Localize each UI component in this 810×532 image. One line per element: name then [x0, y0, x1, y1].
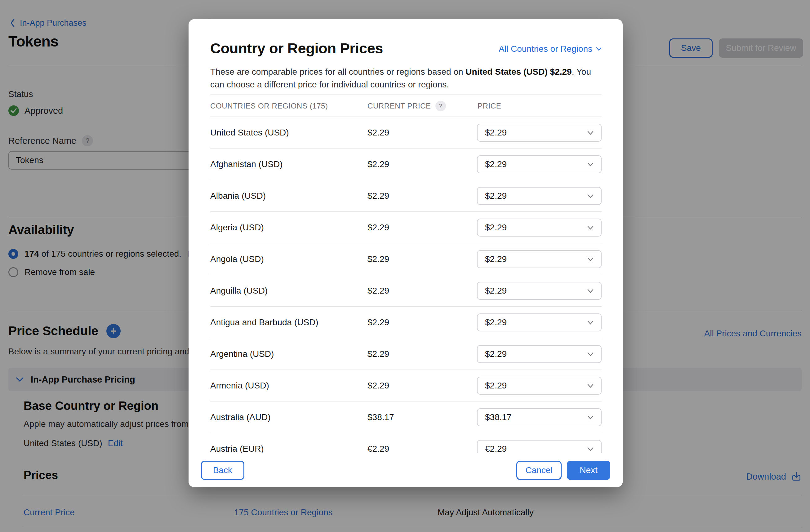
chevron-down-icon: [587, 131, 594, 135]
column-current-price: CURRENT PRICE ?: [368, 95, 446, 117]
country-region-prices-modal: Country or Region Prices All Countries o…: [189, 19, 623, 487]
current-price-cell: $2.29: [368, 212, 389, 243]
price-select[interactable]: $2.29: [477, 155, 602, 173]
table-row: Argentina (USD) $2.29 $2.29: [210, 338, 602, 370]
price-select-value: $2.29: [485, 349, 507, 359]
table-row: Afghanistan (USD) $2.29 $2.29: [210, 149, 602, 180]
app-store-connect-screen: In-App Purchases Tokens Save Submit for …: [0, 0, 810, 532]
price-select[interactable]: $2.29: [477, 250, 602, 268]
price-select-value: $2.29: [485, 317, 507, 327]
modal-footer: Back Cancel Next: [189, 453, 623, 487]
current-price-cell: $2.29: [368, 117, 389, 149]
country-cell: Armenia (USD): [210, 370, 269, 401]
table-row: Armenia (USD) $2.29 $2.29: [210, 370, 602, 401]
price-select[interactable]: $2.29: [477, 282, 602, 300]
column-price: PRICE: [477, 95, 501, 117]
price-select[interactable]: €2.29: [477, 440, 602, 453]
chevron-down-icon: [587, 163, 594, 166]
chevron-down-icon: [587, 320, 594, 325]
current-price-cell: €2.29: [368, 433, 389, 453]
country-cell: United States (USD): [210, 117, 289, 149]
price-select[interactable]: $2.29: [477, 219, 602, 236]
table-row: Angola (USD) $2.29 $2.29: [210, 243, 602, 275]
price-select[interactable]: $38.17: [477, 408, 602, 426]
price-select-value: $2.29: [485, 286, 507, 296]
price-select-value: $2.29: [485, 159, 507, 169]
chevron-down-icon: [587, 384, 594, 388]
price-select-value: $2.29: [485, 222, 507, 233]
country-cell: Anguilla (USD): [210, 275, 268, 306]
country-cell: Afghanistan (USD): [210, 149, 282, 180]
price-select[interactable]: $2.29: [477, 124, 602, 142]
chevron-down-icon: [587, 447, 594, 451]
table-row: United States (USD) $2.29 $2.29: [210, 117, 602, 149]
price-select-value: $2.29: [485, 381, 507, 390]
current-price-help-icon[interactable]: ?: [435, 101, 446, 111]
country-cell: Algeria (USD): [210, 212, 264, 243]
price-select-value: $2.29: [485, 254, 507, 264]
next-button[interactable]: Next: [567, 461, 610, 480]
back-button[interactable]: Back: [201, 461, 244, 480]
price-select[interactable]: $2.29: [477, 377, 602, 395]
current-price-cell: $2.29: [368, 149, 389, 180]
country-cell: Albania (USD): [210, 180, 266, 212]
country-cell: Antigua and Barbuda (USD): [210, 306, 319, 338]
cancel-button-label: Cancel: [525, 465, 552, 475]
modal-description: These are comparable prices for all coun…: [210, 66, 603, 91]
price-select[interactable]: $2.29: [477, 187, 602, 205]
current-price-cell: $38.17: [368, 401, 394, 433]
table-row: Algeria (USD) $2.29 $2.29: [210, 212, 602, 243]
modal-title: Country or Region Prices: [210, 40, 383, 57]
price-table-header: COUNTRIES OR REGIONS (175) CURRENT PRICE…: [210, 95, 602, 117]
price-select-value: $38.17: [485, 412, 512, 422]
current-price-cell: $2.29: [368, 370, 389, 401]
price-select-value: $2.29: [485, 191, 507, 201]
current-price-cell: $2.29: [368, 243, 389, 275]
current-price-cell: $2.29: [368, 275, 389, 306]
column-countries: COUNTRIES OR REGIONS (175): [210, 95, 328, 117]
cancel-button[interactable]: Cancel: [516, 461, 562, 480]
current-price-cell: $2.29: [368, 180, 389, 212]
chevron-down-icon: [587, 257, 594, 261]
country-cell: Australia (AUD): [210, 401, 271, 433]
current-price-cell: $2.29: [368, 338, 389, 370]
chevron-down-icon: [587, 194, 594, 198]
chevron-down-icon: [587, 352, 594, 356]
country-cell: Austria (EUR): [210, 433, 264, 453]
price-select[interactable]: $2.29: [477, 313, 602, 331]
table-row: Anguilla (USD) $2.29 $2.29: [210, 275, 602, 306]
table-row: Albania (USD) $2.29 $2.29: [210, 180, 602, 212]
next-button-label: Next: [580, 465, 598, 475]
country-cell: Angola (USD): [210, 243, 264, 275]
back-button-label: Back: [213, 465, 232, 475]
chevron-down-icon: [587, 226, 594, 230]
table-row: Antigua and Barbuda (USD) $2.29 $2.29: [210, 306, 602, 338]
price-select[interactable]: $2.29: [477, 345, 602, 363]
table-row: Austria (EUR) €2.29 €2.29: [210, 433, 602, 453]
chevron-down-icon: [587, 289, 594, 293]
price-select-value: $2.29: [485, 128, 507, 138]
table-row: Australia (AUD) $38.17 $38.17: [210, 401, 602, 433]
chevron-down-icon: [587, 415, 594, 419]
scope-selector[interactable]: All Countries or Regions: [499, 44, 602, 54]
scope-selector-label: All Countries or Regions: [499, 44, 592, 54]
price-table-body: United States (USD) $2.29 $2.29 Afghanis…: [210, 117, 602, 453]
country-cell: Argentina (USD): [210, 338, 274, 370]
price-select-value: €2.29: [485, 444, 507, 453]
chevron-down-icon: [596, 47, 602, 51]
current-price-cell: $2.29: [368, 306, 389, 338]
